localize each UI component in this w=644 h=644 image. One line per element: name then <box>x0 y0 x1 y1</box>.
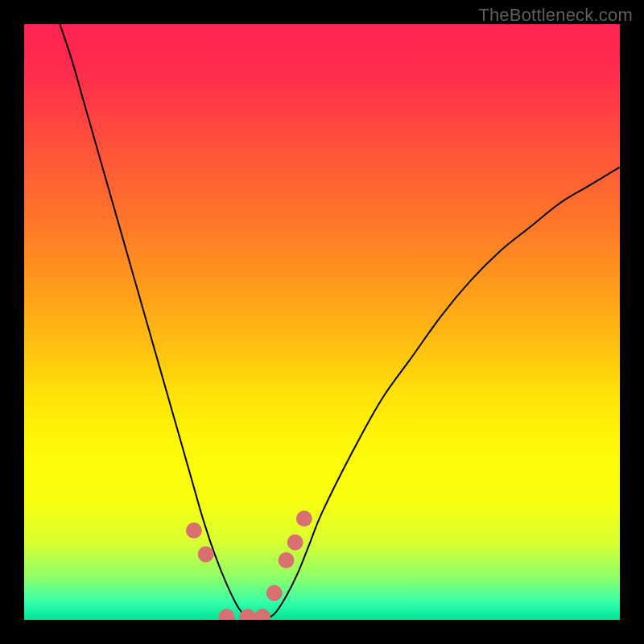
marker-point <box>186 522 202 539</box>
marker-point <box>198 547 214 563</box>
gradient-background <box>24 24 620 620</box>
chart-svg <box>24 24 620 620</box>
marker-point <box>296 510 312 526</box>
chart-frame: TheBottleneck.com <box>0 0 644 644</box>
marker-point <box>279 552 295 568</box>
watermark-label: TheBottleneck.com <box>478 5 633 26</box>
marker-point <box>287 535 303 551</box>
chart-plot-area <box>24 24 620 620</box>
marker-point <box>266 585 283 601</box>
